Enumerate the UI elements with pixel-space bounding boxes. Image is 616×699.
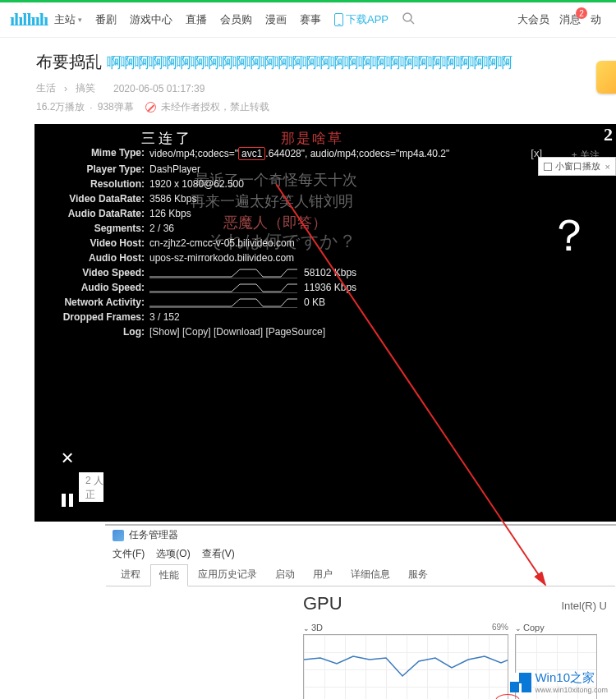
sparkline <box>149 282 297 293</box>
no-reprint-badge: 未经作者授权，禁止转载 <box>145 100 269 114</box>
nav-bangumi[interactable]: 番剧 <box>95 12 117 27</box>
nav-vip[interactable]: 大会员 <box>517 12 549 27</box>
menu-file[interactable]: 文件(F) <box>113 547 145 561</box>
side-badge-icon <box>596 61 616 94</box>
window-titlebar[interactable]: 任务管理器 <box>106 525 615 545</box>
svg-point-0 <box>403 13 411 21</box>
task-manager-window: 任务管理器 文件(F) 选项(O) 查看(V) 进程 性能 应用历史记录 启动 … <box>105 524 616 526</box>
category-life[interactable]: 生活 <box>36 81 56 95</box>
nav-manga[interactable]: 漫画 <box>265 12 287 27</box>
watermark: Win10之家www.win10xitong.com <box>510 670 608 694</box>
menu-bar: 文件(F) 选项(O) 查看(V) <box>106 545 615 563</box>
sparkline <box>149 297 297 308</box>
play-count: 16.2万播放 <box>36 100 85 114</box>
task-manager-icon <box>113 530 124 541</box>
message-badge: 2 <box>576 7 587 19</box>
log-actions[interactable]: [Show] [Copy] [Download] [PageSource] <box>149 326 534 338</box>
sparkline <box>149 267 297 278</box>
video-overlay-title: 三连了 <box>141 129 193 148</box>
nav-game[interactable]: 游戏中心 <box>130 12 172 27</box>
close-icon[interactable]: × <box>605 162 610 172</box>
mobile-icon <box>334 13 343 26</box>
publish-date: 2020-06-05 01:17:39 <box>113 83 205 94</box>
category-breadcrumb: 生活 › 搞笑 2020-06-05 01:17:39 <box>36 81 596 95</box>
checkbox-icon[interactable] <box>544 163 552 171</box>
tab-processes[interactable]: 进程 <box>113 564 149 586</box>
player-stats-panel: Mime Type:video/mp4;codecs="avc1.644028"… <box>44 147 534 341</box>
windows-logo-icon <box>510 673 531 692</box>
search-icon[interactable] <box>402 11 415 28</box>
video-title: 布要捣乱 <box>36 51 102 73</box>
pip-toggle[interactable]: 小窗口播放× <box>538 157 616 176</box>
codec-highlight: avc1 <box>238 147 265 160</box>
overlay-annotation: 那是啥草 <box>281 129 343 148</box>
nav-live[interactable]: 直播 <box>186 12 207 27</box>
svg-line-1 <box>411 21 414 24</box>
tab-startup[interactable]: 启动 <box>267 564 303 586</box>
chevron-down-icon[interactable]: ⌄ <box>515 624 522 632</box>
nav-messages[interactable]: 消息2 <box>559 12 581 27</box>
tab-history[interactable]: 应用历史记录 <box>190 564 265 586</box>
tab-details[interactable]: 详细信息 <box>342 564 398 586</box>
gpu-3d-percent: 69% <box>492 623 508 632</box>
tab-users[interactable]: 用户 <box>305 564 341 586</box>
video-title-suffix: 啊啊啊啊啊啊啊啊啊啊啊啊啊啊啊啊啊啊啊啊啊啊啊啊啊啊啊啊啊 <box>107 53 512 72</box>
menu-options[interactable]: 选项(O) <box>156 547 190 561</box>
forbidden-icon <box>145 102 156 113</box>
tab-performance[interactable]: 性能 <box>150 564 188 586</box>
site-header: ılıllıılı 主站▾ 番剧 游戏中心 直播 会员购 漫画 赛事 下载APP… <box>0 0 616 38</box>
gpu-3d-chart <box>303 634 508 699</box>
nav-match[interactable]: 赛事 <box>300 12 321 27</box>
corner-number: 2 <box>600 124 616 145</box>
chevron-down-icon[interactable]: ⌄ <box>303 624 310 632</box>
close-button[interactable]: × <box>61 445 73 471</box>
tabs-bar: 进程 性能 应用历史记录 启动 用户 详细信息 服务 <box>106 563 615 586</box>
gpu-title: GPU <box>303 593 342 614</box>
danmaku-count: 938弹幕 <box>98 100 134 114</box>
nav-shop[interactable]: 会员购 <box>220 12 252 27</box>
video-player[interactable]: 三连了 那是啥草 2 [x] 关注 小窗口播放× 最近了一个奇怪每天十次 再来一… <box>34 124 616 522</box>
gpu-panel: GPU Intel(R) U ⌄3D 69% ⌄Copy <box>295 586 615 600</box>
nav-home[interactable]: 主站▾ <box>54 12 82 27</box>
question-mark-overlay: ？ <box>547 206 591 266</box>
bilibili-logo[interactable]: ılıllıılı <box>10 9 48 30</box>
pause-button[interactable] <box>62 494 73 507</box>
viewer-count: 2 人正 <box>79 472 103 502</box>
tab-services[interactable]: 服务 <box>400 564 436 586</box>
category-funny[interactable]: 搞笑 <box>76 81 95 95</box>
nav-download-app[interactable]: 下载APP <box>334 12 388 27</box>
gpu-model: Intel(R) U <box>561 600 607 612</box>
nav-dynamic[interactable]: 动 <box>591 12 601 27</box>
menu-view[interactable]: 查看(V) <box>202 547 235 561</box>
